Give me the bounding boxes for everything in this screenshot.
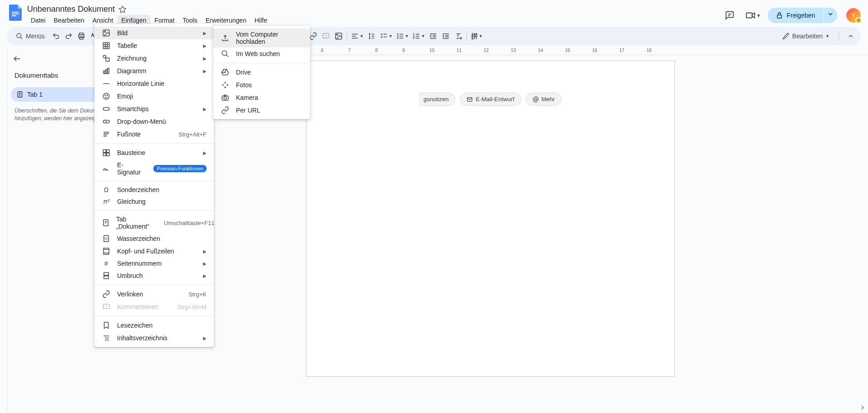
- meet-icon[interactable]: ▼: [744, 6, 762, 24]
- image-photos[interactable]: Fotos: [213, 79, 310, 91]
- comments-icon[interactable]: [721, 6, 739, 24]
- menu-help[interactable]: Hilfe: [251, 15, 271, 26]
- svg-point-71: [107, 95, 108, 96]
- star-icon[interactable]: [118, 5, 127, 14]
- insert-chart[interactable]: Diagramm ▶: [94, 65, 214, 77]
- camera-icon: [221, 94, 230, 102]
- tab-label: Tab 1: [27, 91, 42, 98]
- collapse-icon[interactable]: [844, 30, 857, 42]
- insert-esignature[interactable]: E-Signatur Premium-Funktionen: [94, 159, 214, 178]
- indent-increase-icon[interactable]: [439, 30, 452, 42]
- align-icon[interactable]: ▼: [349, 30, 365, 42]
- avatar[interactable]: Y !: [846, 8, 861, 23]
- insert-page-numbers[interactable]: # Seitennummern ▶: [94, 258, 214, 269]
- chip-more[interactable]: Mehr: [526, 93, 562, 106]
- svg-rect-80: [103, 153, 106, 156]
- insert-table[interactable]: Tabelle ▶: [94, 39, 214, 52]
- insert-emoji[interactable]: Emoji: [94, 90, 214, 103]
- numbered-list-icon[interactable]: 123▼: [410, 30, 427, 42]
- svg-line-8: [20, 37, 22, 39]
- document-title[interactable]: Unbenanntes Dokument: [27, 5, 115, 14]
- svg-rect-72: [103, 108, 109, 110]
- editing-mode[interactable]: Bearbeiten ▼: [778, 31, 833, 42]
- menu-edit[interactable]: Bearbeiten: [50, 15, 88, 26]
- insert-link[interactable]: Verlinken Strg+K: [94, 288, 214, 300]
- chart-icon: [102, 67, 111, 75]
- redo-icon[interactable]: [62, 30, 75, 42]
- image-upload[interactable]: Vom Computer hochladen: [213, 28, 310, 47]
- svg-point-55: [534, 98, 537, 100]
- insert-hline[interactable]: Horizontale Linie: [94, 77, 214, 90]
- hline-icon: [102, 80, 111, 88]
- chip-email[interactable]: E-Mail-Entwurf: [460, 93, 521, 106]
- insert-dropdown-menu[interactable]: Drop-down-Menü: [94, 115, 214, 128]
- mail-icon: [467, 96, 473, 103]
- menu-file[interactable]: Datei: [27, 15, 49, 26]
- comment-icon[interactable]: [320, 30, 332, 42]
- header-footer-icon: [102, 247, 111, 255]
- bookmark-icon: [102, 321, 111, 329]
- hash-icon: #: [102, 260, 111, 267]
- bulleted-list-icon[interactable]: ▼: [394, 30, 410, 42]
- insert-bookmark[interactable]: Lesezeichen: [94, 319, 214, 332]
- insert-image[interactable]: Bild ▶: [94, 27, 214, 39]
- doc-icon: [102, 219, 110, 227]
- svg-point-28: [397, 36, 398, 37]
- svg-rect-5: [746, 13, 752, 18]
- svg-rect-81: [107, 153, 109, 156]
- svg-rect-89: [104, 272, 109, 275]
- insert-toc[interactable]: Inhaltsverzeichnis ▶: [94, 332, 214, 344]
- clear-format-icon[interactable]: [452, 30, 465, 42]
- insert-footnote[interactable]: Fußnote Strg+Alt+F: [94, 128, 214, 141]
- input-tools-icon[interactable]: 拼▼: [469, 30, 485, 42]
- share-dropdown[interactable]: [824, 8, 837, 23]
- svg-rect-65: [104, 71, 105, 74]
- insert-smartchips[interactable]: Smartchips ▶: [94, 103, 214, 115]
- insert-headers-footers[interactable]: Kopf- und Fußzeilen ▶: [94, 245, 214, 258]
- svg-point-100: [224, 97, 226, 99]
- undo-icon[interactable]: [50, 30, 62, 42]
- table-icon: [102, 42, 111, 50]
- image-icon[interactable]: [332, 30, 345, 42]
- insert-special-chars[interactable]: Ω Sonderzeichen: [94, 184, 214, 196]
- insert-blocks[interactable]: Bausteine ▶: [94, 146, 214, 159]
- signature-icon: [102, 164, 111, 173]
- svg-rect-66: [106, 70, 107, 74]
- svg-point-63: [103, 55, 106, 58]
- edit-mode-label: Bearbeiten: [792, 33, 823, 40]
- menu-search[interactable]: Menüs: [11, 30, 50, 42]
- image-camera[interactable]: Kamera: [213, 91, 310, 104]
- comment-icon: [102, 303, 111, 311]
- insert-watermark[interactable]: Wasserzeichen: [94, 232, 214, 245]
- svg-rect-86: [104, 248, 109, 254]
- drawing-icon: [102, 54, 111, 62]
- image-url[interactable]: Per URL: [213, 104, 310, 117]
- page[interactable]: gsnotizen E-Mail-Entwurf Mehr: [306, 61, 675, 377]
- insert-tab-doc[interactable]: Tab „Dokument“ Umschalttaste+F11: [94, 213, 214, 232]
- svg-rect-58: [103, 42, 109, 49]
- blocks-icon: [102, 149, 111, 157]
- insert-dropdown: Bild ▶ Tabelle ▶ Zeichnung ▶ Diagramm ▶ …: [94, 24, 214, 347]
- vertical-ruler: [0, 47, 7, 413]
- footnote-icon: [102, 130, 111, 138]
- checklist-icon[interactable]: ▼: [378, 30, 394, 42]
- share-button[interactable]: Freigeben: [768, 8, 823, 23]
- svg-rect-78: [103, 150, 106, 152]
- print-icon[interactable]: [75, 30, 88, 42]
- indent-decrease-icon[interactable]: [427, 30, 439, 42]
- explore-icon[interactable]: [859, 404, 866, 411]
- image-web-search[interactable]: Im Web suchen: [213, 47, 310, 60]
- avatar-letter: Y: [851, 12, 855, 19]
- docs-logo[interactable]: [7, 5, 24, 21]
- insert-break[interactable]: Umbruch ▶: [94, 269, 214, 282]
- line-spacing-icon[interactable]: [365, 30, 378, 42]
- title-area: Unbenanntes Dokument Datei Bearbeiten An…: [27, 5, 721, 26]
- svg-point-26: [397, 34, 398, 35]
- image-drive[interactable]: Drive: [213, 66, 310, 79]
- svg-point-30: [397, 38, 398, 39]
- insert-drawing[interactable]: Zeichnung ▶: [94, 52, 214, 65]
- tabs-title: Dokumenttabs: [14, 71, 58, 79]
- svg-point-97: [222, 51, 227, 56]
- chip-notes[interactable]: gsnotizen: [420, 93, 456, 106]
- insert-equation[interactable]: π² Gleichung: [94, 196, 214, 207]
